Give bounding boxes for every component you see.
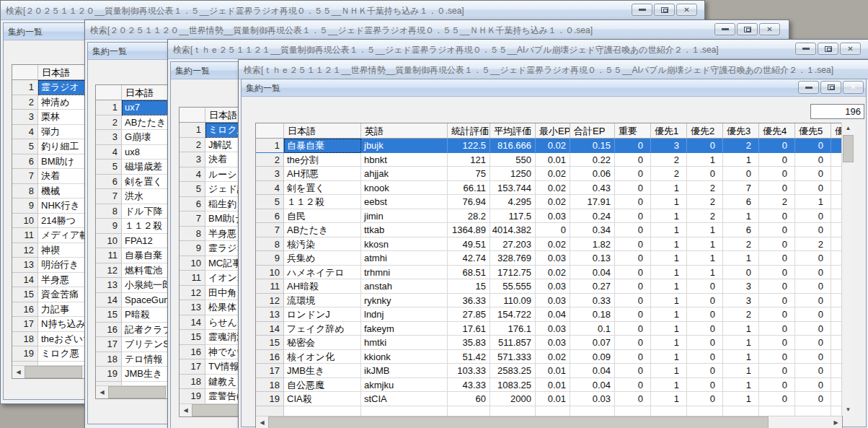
table-cell[interactable]: 0 bbox=[795, 378, 831, 393]
table-cell[interactable]: 1083.25 bbox=[490, 378, 536, 393]
table-cell[interactable] bbox=[831, 392, 842, 406]
table-cell[interactable]: 1 bbox=[651, 294, 687, 308]
table-cell[interactable]: 0 bbox=[723, 167, 759, 181]
table-cell[interactable]: 核汚染 bbox=[284, 237, 361, 252]
scroll-left-icon[interactable]: ◀ bbox=[12, 366, 25, 378]
table-cell[interactable]: 1 bbox=[687, 251, 723, 266]
table-cell[interactable]: 43.33 bbox=[448, 378, 490, 393]
row-number[interactable]: 1 bbox=[96, 100, 122, 115]
row-number[interactable]: 5 bbox=[256, 195, 284, 209]
table-cell[interactable]: 0 bbox=[687, 336, 723, 350]
close-button[interactable]: ✕ bbox=[676, 4, 697, 16]
table-cell[interactable] bbox=[723, 406, 759, 416]
row-number[interactable]: 2 bbox=[96, 115, 122, 131]
table-cell[interactable]: 0.22 bbox=[570, 153, 615, 167]
table-cell[interactable]: 550 bbox=[490, 153, 536, 167]
table-cell[interactable]: 75 bbox=[448, 167, 490, 181]
table-cell[interactable]: 0 bbox=[615, 307, 651, 322]
table-cell[interactable]: 0 bbox=[795, 251, 831, 266]
table-cell[interactable] bbox=[570, 406, 615, 416]
table-cell[interactable]: 0.03 bbox=[536, 209, 570, 224]
table-cell[interactable] bbox=[831, 294, 842, 308]
table-cell[interactable]: 0 bbox=[759, 209, 795, 224]
table-cell[interactable]: 0.03 bbox=[536, 322, 570, 336]
maximize-button[interactable] bbox=[737, 23, 758, 35]
table-row[interactable]: 6自民jimin28.2117.50.030.24012100 bbox=[256, 209, 842, 224]
table-cell[interactable]: 1 bbox=[651, 336, 687, 350]
table-cell[interactable]: 0 bbox=[759, 237, 795, 252]
close-button[interactable]: ✕ bbox=[840, 43, 861, 55]
table-cell[interactable]: 176.1 bbox=[490, 322, 536, 336]
table-cell[interactable]: 0 bbox=[687, 364, 723, 378]
table-cell[interactable]: 0 bbox=[759, 181, 795, 196]
row-number[interactable]: 17 bbox=[180, 359, 205, 375]
row-number[interactable]: 8 bbox=[96, 204, 122, 219]
row-number[interactable]: 3 bbox=[96, 130, 122, 145]
table-cell[interactable]: 0 bbox=[759, 336, 795, 350]
row-number[interactable]: 10 bbox=[180, 256, 205, 271]
table-cell[interactable]: 0 bbox=[615, 209, 651, 224]
table-cell[interactable]: 28.2 bbox=[448, 209, 490, 224]
minimize-button[interactable] bbox=[798, 81, 819, 94]
table-cell[interactable]: 0 bbox=[795, 279, 831, 294]
row-number[interactable]: 12 bbox=[12, 243, 38, 258]
column-header[interactable]: 優先3 bbox=[723, 123, 759, 139]
table-cell[interactable]: 511.857 bbox=[490, 336, 536, 350]
table-cell[interactable] bbox=[831, 322, 842, 336]
row-number[interactable]: 13 bbox=[12, 258, 38, 273]
table-cell[interactable]: 剣を置く bbox=[284, 181, 361, 196]
row-number[interactable]: 17 bbox=[96, 337, 122, 352]
column-header[interactable]: 優先1 bbox=[651, 123, 687, 139]
table-cell[interactable]: 0.06 bbox=[570, 167, 615, 181]
table-cell[interactable]: ahjjak bbox=[361, 167, 448, 181]
table-cell[interactable]: 0.03 bbox=[536, 294, 570, 308]
minimize-button[interactable] bbox=[632, 4, 652, 16]
table-cell[interactable]: 0 bbox=[759, 322, 795, 336]
table-cell[interactable]: 66.11 bbox=[448, 181, 490, 196]
aggregate-list-window-4[interactable]: 集約一覧 ✕ 196 日本語英語統計評価平均評価最小EP合計EP重要優先1優先2… bbox=[241, 79, 867, 427]
table-row[interactable]: 10ハメネイテロtrhmni68.511712.750.020.04011000 bbox=[256, 266, 842, 280]
table-cell[interactable]: 0.02 bbox=[536, 139, 570, 153]
table-cell[interactable]: 0 bbox=[759, 392, 795, 406]
table-cell[interactable]: 0 bbox=[615, 266, 651, 280]
table-cell[interactable]: 兵集め bbox=[284, 251, 361, 266]
table-cell[interactable] bbox=[831, 364, 842, 378]
table-row[interactable]: 18自公悪魔akmjku43.331083.250.010.04010100 bbox=[256, 378, 842, 393]
table-cell[interactable] bbox=[831, 406, 842, 416]
row-number[interactable]: 11 bbox=[96, 248, 122, 263]
table-cell[interactable]: 3 bbox=[723, 279, 759, 294]
list2-scroll-thumb[interactable] bbox=[108, 386, 166, 398]
table-cell[interactable] bbox=[831, 378, 842, 393]
table-cell[interactable]: 49.51 bbox=[448, 237, 490, 252]
table-cell[interactable]: 核イオン化 bbox=[284, 350, 361, 364]
table-cell[interactable]: 2 bbox=[687, 181, 723, 196]
maximize-button[interactable] bbox=[820, 81, 841, 94]
table-cell[interactable] bbox=[536, 406, 570, 416]
table-cell[interactable]: fakeym bbox=[361, 322, 448, 336]
table-cell[interactable]: 1 bbox=[651, 350, 687, 364]
table-cell[interactable]: 0 bbox=[795, 223, 831, 237]
table-cell[interactable]: 110.09 bbox=[490, 294, 536, 308]
table-cell[interactable]: 0 bbox=[759, 279, 795, 294]
table-cell[interactable]: 1 bbox=[687, 223, 723, 237]
table-cell[interactable]: 0 bbox=[615, 181, 651, 196]
table-cell[interactable]: 0.01 bbox=[536, 153, 570, 167]
row-number[interactable]: 8 bbox=[12, 184, 38, 199]
table-cell[interactable]: 0 bbox=[795, 336, 831, 350]
table-cell[interactable]: AH邪悪 bbox=[284, 167, 361, 181]
table-cell[interactable]: 0.04 bbox=[570, 266, 615, 280]
table-cell[interactable]: 0 bbox=[615, 378, 651, 393]
table-cell[interactable]: 1 bbox=[651, 307, 687, 322]
table-row[interactable]: 4剣を置くknook66.11153.7440.020.43012700 bbox=[256, 181, 842, 196]
table-cell[interactable]: 15 bbox=[448, 279, 490, 294]
table-cell[interactable]: 1 bbox=[723, 336, 759, 350]
table-cell[interactable]: 17.61 bbox=[448, 322, 490, 336]
row-number[interactable]: 15 bbox=[96, 307, 122, 323]
row-number[interactable]: 8 bbox=[180, 227, 205, 242]
table-cell[interactable]: 0 bbox=[687, 139, 723, 153]
table-cell[interactable]: 1 bbox=[651, 237, 687, 252]
table-cell[interactable]: 0 bbox=[759, 153, 795, 167]
table-row[interactable]: 7ABたたきttkab1364.894014.38200.34011600 bbox=[256, 223, 842, 237]
close-button[interactable]: ✕ bbox=[759, 23, 780, 35]
table-cell[interactable]: 0 bbox=[615, 336, 651, 350]
